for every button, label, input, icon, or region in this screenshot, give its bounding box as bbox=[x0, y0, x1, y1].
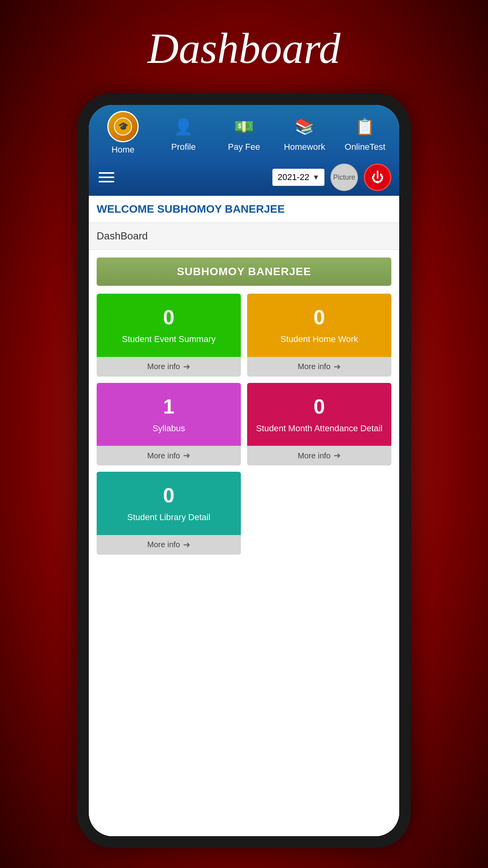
nav-payfee-label: Pay Fee bbox=[228, 142, 260, 152]
card-syllabus-footer[interactable]: More info ➜ bbox=[97, 446, 241, 465]
card-homework-label: Student Home Work bbox=[281, 334, 358, 345]
card-library-value: 0 bbox=[163, 484, 174, 507]
phone-screen: 🎓 Home 👤 Profile 💵 Pay Fee 📚 Homework bbox=[89, 105, 399, 836]
card-homework-value: 0 bbox=[314, 305, 325, 329]
dashboard-breadcrumb: DashBoard bbox=[97, 230, 148, 242]
homework-icon: 📚 bbox=[292, 114, 317, 140]
card-syllabus-more-info: More info bbox=[147, 451, 180, 460]
card-attendance-value: 0 bbox=[314, 395, 325, 418]
arrow-right-icon-4: ➜ bbox=[334, 451, 341, 461]
card-attendance-more-info: More info bbox=[298, 451, 330, 460]
card-syllabus[interactable]: 1 Syllabus More info ➜ bbox=[97, 383, 241, 466]
student-name: SUBHOMOY BANERJEE bbox=[177, 265, 311, 278]
nav-item-onlinetest[interactable]: 📋 OnlineTest bbox=[341, 114, 389, 152]
card-event-more-info: More info bbox=[147, 362, 180, 371]
nav-item-homework[interactable]: 📚 Homework bbox=[281, 114, 328, 152]
nav-item-home[interactable]: 🎓 Home bbox=[99, 111, 147, 155]
card-attendance-label: Student Month Attendance Detail bbox=[256, 423, 383, 434]
card-syllabus-label: Syllabus bbox=[152, 423, 185, 434]
dashboard-label-section: DashBoard bbox=[89, 223, 399, 250]
card-student-event[interactable]: 0 Student Event Summary More info ➜ bbox=[97, 294, 241, 377]
card-event-footer[interactable]: More info ➜ bbox=[97, 357, 241, 377]
nav-bar: 🎓 Home 👤 Profile 💵 Pay Fee 📚 Homework bbox=[89, 105, 399, 159]
power-icon: ⏻ bbox=[371, 170, 384, 185]
nav-home-label: Home bbox=[112, 145, 135, 155]
hamburger-line-1 bbox=[99, 172, 114, 174]
card-homework-more-info: More info bbox=[298, 362, 330, 371]
onlinetest-icon: 📋 bbox=[352, 114, 378, 140]
card-student-homework[interactable]: 0 Student Home Work More info ➜ bbox=[247, 294, 391, 377]
card-attendance[interactable]: 0 Student Month Attendance Detail More i… bbox=[247, 383, 391, 466]
arrow-right-icon-3: ➜ bbox=[183, 451, 190, 461]
nav-homework-label: Homework bbox=[284, 142, 325, 152]
card-library-more-info: More info bbox=[147, 540, 180, 549]
nav-item-profile[interactable]: 👤 Profile bbox=[160, 114, 207, 152]
nav-item-payfee[interactable]: 💵 Pay Fee bbox=[220, 114, 268, 152]
card-library-footer[interactable]: More info ➜ bbox=[97, 535, 241, 555]
payfee-icon: 💵 bbox=[231, 114, 257, 140]
page-title: Dashboard bbox=[0, 0, 488, 93]
card-homework-footer[interactable]: More info ➜ bbox=[247, 357, 391, 377]
picture-label: Picture bbox=[333, 173, 355, 182]
phone-frame: 🎓 Home 👤 Profile 💵 Pay Fee 📚 Homework bbox=[77, 93, 411, 848]
school-logo-icon: 🎓 bbox=[107, 111, 139, 142]
card-grid: 0 Student Event Summary More info ➜ 0 St… bbox=[97, 294, 391, 555]
student-name-banner: SUBHOMOY BANERJEE bbox=[97, 257, 391, 286]
welcome-section: WELCOME SUBHOMOY BANERJEE bbox=[89, 196, 399, 223]
hamburger-line-3 bbox=[99, 181, 114, 182]
nav-profile-label: Profile bbox=[171, 142, 196, 152]
card-library-label: Student Library Detail bbox=[127, 512, 211, 523]
toolbar: 2021-22 ▼ Picture ⏻ bbox=[89, 159, 399, 196]
year-value: 2021-22 bbox=[277, 172, 309, 182]
card-syllabus-value: 1 bbox=[163, 395, 174, 418]
card-attendance-footer[interactable]: More info ➜ bbox=[247, 446, 391, 465]
power-button[interactable]: ⏻ bbox=[364, 164, 391, 191]
profile-icon: 👤 bbox=[171, 114, 196, 140]
hamburger-menu[interactable] bbox=[97, 170, 116, 184]
nav-onlinetest-label: OnlineTest bbox=[345, 142, 385, 152]
card-library[interactable]: 0 Student Library Detail More info ➜ bbox=[97, 472, 241, 555]
svg-text:🎓: 🎓 bbox=[118, 121, 129, 132]
hamburger-line-2 bbox=[99, 177, 114, 178]
welcome-message: WELCOME SUBHOMOY BANERJEE bbox=[97, 203, 285, 215]
dashboard-content: SUBHOMOY BANERJEE 0 Student Event Summar… bbox=[89, 250, 399, 836]
card-event-label: Student Event Summary bbox=[122, 334, 215, 345]
year-selector[interactable]: 2021-22 ▼ bbox=[272, 169, 325, 186]
arrow-right-icon-2: ➜ bbox=[334, 362, 341, 372]
arrow-right-icon-5: ➜ bbox=[183, 540, 190, 550]
arrow-right-icon: ➜ bbox=[183, 362, 190, 372]
card-event-value: 0 bbox=[163, 305, 174, 329]
picture-button[interactable]: Picture bbox=[330, 164, 358, 191]
chevron-down-icon: ▼ bbox=[312, 173, 319, 182]
